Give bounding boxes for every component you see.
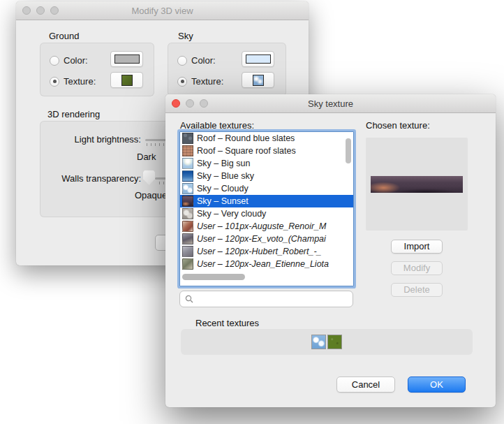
window-controls bbox=[165, 99, 208, 108]
texture-row[interactable]: User – 120px-Hubert_Robert_-_ bbox=[180, 245, 353, 258]
rendering-section-heading: 3D rendering bbox=[47, 109, 100, 119]
texture-row[interactable]: User – 120px-Jean_Etienne_Liota bbox=[180, 258, 353, 270]
texture-row-label: Roof – Square roof slates bbox=[197, 146, 296, 156]
minimize-button-inactive[interactable] bbox=[36, 6, 45, 15]
window-controls bbox=[16, 6, 59, 15]
sky-very-cloudy-icon bbox=[182, 208, 193, 219]
sky-groupbox: Color: Texture: bbox=[168, 43, 286, 96]
search-field[interactable] bbox=[179, 291, 353, 307]
texture-row[interactable]: Sky – Cloudy bbox=[180, 182, 353, 195]
sky-color-radio[interactable] bbox=[177, 56, 187, 66]
sky-color-swatch-button[interactable] bbox=[242, 51, 274, 67]
ok-button[interactable]: OK bbox=[408, 377, 466, 393]
cancel-button[interactable]: Cancel bbox=[336, 377, 395, 393]
texture-row-label: Sky – Blue sky bbox=[197, 171, 254, 181]
import-button[interactable]: Import bbox=[391, 240, 443, 254]
sky-cloudy-thumb[interactable] bbox=[311, 335, 326, 349]
zoom-button[interactable] bbox=[200, 99, 208, 108]
texture-row[interactable]: Sky – Blue sky bbox=[180, 170, 353, 182]
ground-texture-swatch-button[interactable] bbox=[110, 72, 143, 88]
texture-row[interactable]: Roof – Round blue slates bbox=[180, 132, 353, 145]
user-painting-2-icon bbox=[182, 233, 193, 244]
recent-textures-label: Recent textures bbox=[195, 318, 259, 328]
texture-row[interactable]: Sky – Big sun bbox=[180, 157, 353, 170]
texture-row-label: User – 101px-Auguste_Renoir_M bbox=[197, 221, 327, 231]
sunset-texture-image bbox=[371, 176, 463, 193]
sky-texture-radio[interactable] bbox=[177, 77, 187, 87]
user-painting-3-icon bbox=[182, 246, 193, 257]
horizontal-scrollbar-thumb[interactable] bbox=[182, 274, 245, 280]
roof-round-blue-slates-icon bbox=[182, 133, 193, 144]
texture-row-label: Sky – Big sun bbox=[197, 159, 250, 168]
texture-row-label: User – 120px-Jean_Etienne_Liota bbox=[197, 259, 329, 269]
texture-row-label: User – 120px-Ex_voto_(Champai bbox=[197, 234, 326, 244]
chosen-texture-label: Chosen texture: bbox=[366, 120, 430, 131]
sky-color-label: Color: bbox=[191, 55, 216, 66]
sky-blue-sky-icon bbox=[182, 170, 193, 182]
modify-button[interactable]: Modify bbox=[391, 261, 443, 275]
walls-transparency-end-label: Opaque bbox=[135, 190, 167, 200]
ground-color-radio[interactable] bbox=[50, 56, 59, 66]
texture-row-label: Sky – Cloudy bbox=[197, 184, 249, 193]
sky-cloudy-icon bbox=[182, 183, 193, 194]
light-brightness-label: Light brightness: bbox=[40, 134, 141, 145]
vertical-scrollbar-thumb[interactable] bbox=[346, 138, 351, 163]
sky-section-heading: Sky bbox=[178, 31, 193, 41]
modify-3d-view-titlebar[interactable]: Modify 3D view bbox=[16, 1, 309, 20]
walls-transparency-label: Walls transparency: bbox=[40, 173, 141, 184]
light-brightness-end-label: Dark bbox=[137, 152, 156, 162]
sky-texture-dialog: Sky texture Available textures: Roof – R… bbox=[165, 94, 496, 407]
minimize-button[interactable] bbox=[186, 99, 194, 108]
close-button-inactive[interactable] bbox=[22, 6, 31, 15]
zoom-button-inactive[interactable] bbox=[50, 6, 59, 15]
texture-list[interactable]: Roof – Round blue slatesRoof – Square ro… bbox=[179, 131, 354, 286]
ground-groupbox: Color: Texture: bbox=[40, 43, 154, 96]
sky-texture-swatch-button[interactable] bbox=[242, 72, 274, 88]
ground-section-heading: Ground bbox=[49, 31, 79, 41]
texture-row[interactable]: User – 120px-Ex_voto_(Champai bbox=[180, 233, 353, 245]
search-input[interactable] bbox=[197, 291, 353, 307]
user-painting-4-icon bbox=[182, 258, 193, 270]
ground-texture-swatch bbox=[121, 75, 133, 86]
window-title: Modify 3D view bbox=[16, 6, 309, 16]
recent-textures-strip bbox=[181, 329, 473, 355]
close-button[interactable] bbox=[172, 99, 180, 108]
sky-texture-titlebar[interactable]: Sky texture bbox=[165, 94, 496, 113]
sky-big-sun-icon bbox=[182, 158, 193, 169]
ground-color-swatch bbox=[114, 54, 140, 64]
texture-row[interactable]: Sky – Sunset bbox=[180, 195, 353, 207]
roof-square-roof-slates-icon bbox=[182, 145, 193, 156]
available-textures-label: Available textures: bbox=[180, 120, 254, 131]
texture-row-label: Roof – Round blue slates bbox=[197, 133, 295, 143]
delete-button[interactable]: Delete bbox=[391, 283, 443, 297]
texture-row-label: Sky – Sunset bbox=[197, 196, 249, 206]
texture-row[interactable]: Roof – Square roof slates bbox=[180, 145, 353, 157]
texture-row[interactable]: Sky – Very cloudy bbox=[180, 207, 353, 220]
walls-transparency-slider-thumb[interactable] bbox=[143, 170, 155, 185]
sky-texture-swatch bbox=[253, 75, 264, 86]
texture-row-label: Sky – Very cloudy bbox=[197, 209, 266, 219]
ground-texture-label: Texture: bbox=[64, 76, 96, 87]
sky-color-swatch bbox=[246, 54, 271, 64]
grass-green-thumb[interactable] bbox=[327, 335, 342, 349]
user-painting-1-icon bbox=[182, 221, 193, 232]
sky-sunset-icon bbox=[182, 196, 193, 207]
ground-texture-radio[interactable] bbox=[50, 77, 59, 87]
sky-texture-label: Texture: bbox=[191, 76, 223, 87]
texture-row[interactable]: User – 101px-Auguste_Renoir_M bbox=[180, 220, 353, 233]
dialog-title: Sky texture bbox=[165, 98, 496, 109]
ground-color-label: Color: bbox=[64, 55, 88, 66]
ground-color-swatch-button[interactable] bbox=[110, 51, 143, 67]
search-icon bbox=[185, 295, 193, 303]
chosen-texture-preview bbox=[366, 138, 468, 231]
texture-row-label: User – 120px-Hubert_Robert_-_ bbox=[197, 247, 322, 256]
